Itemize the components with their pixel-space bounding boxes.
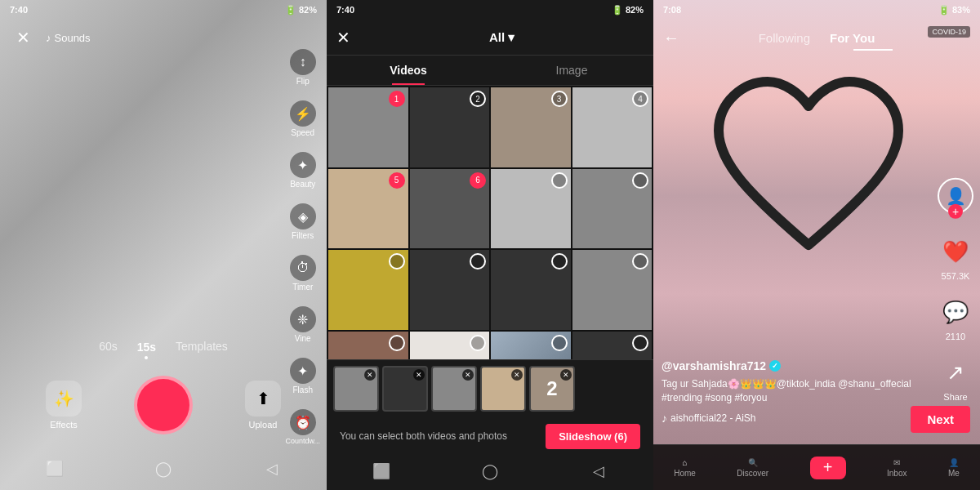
like-button[interactable]: ❤️ 557.3K	[938, 234, 973, 281]
recents-nav-icon[interactable]: ◁	[261, 457, 283, 480]
music-note-icon: ♪	[662, 412, 667, 425]
grid-cell-12[interactable]	[572, 250, 653, 330]
tiktok-bottom-nav: ⌂ Home 🔍 Discover + ✉ Inbox 👤 Me	[653, 444, 980, 490]
grid-cell-1[interactable]: 1	[328, 87, 408, 167]
grid-cell-9[interactable]	[328, 250, 408, 330]
grid-cell-8[interactable]	[572, 169, 653, 249]
selected-thumb-1[interactable]: ✕	[333, 366, 379, 412]
video-description: Tag ur Sahjada🌸👑👑👑@tiktok_india @shanu_o…	[662, 377, 931, 405]
gallery-close-button[interactable]: ✕	[336, 28, 350, 47]
follow-plus-icon[interactable]: +	[948, 204, 963, 219]
cell-num-10	[470, 253, 486, 270]
filters-tool[interactable]: ◈ Filters	[290, 203, 316, 240]
tiktok-foryou-tab[interactable]: For You	[830, 31, 875, 45]
add-button[interactable]: +	[810, 457, 846, 479]
speed-tool[interactable]: ⚡ Speed	[290, 100, 316, 137]
grid-cell-2[interactable]: 2	[410, 87, 490, 167]
speed-icon: ⚡	[290, 100, 316, 127]
username-text: @varshamishra712	[662, 359, 766, 372]
heart-drawing	[702, 65, 915, 278]
gallery-battery-icon: 🔋	[612, 5, 623, 16]
tab-videos[interactable]: Videos	[327, 56, 490, 85]
tiktok-time: 7:08	[663, 5, 681, 15]
remove-thumb-3[interactable]: ✕	[462, 369, 474, 381]
gallery-battery-pct: 82%	[626, 5, 644, 15]
remove-thumb-5[interactable]: ✕	[560, 369, 572, 381]
share-button[interactable]: ↗ Share	[938, 354, 973, 402]
selected-thumb-3[interactable]: ✕	[431, 366, 477, 412]
grid-cell-13[interactable]	[328, 332, 408, 360]
creator-username[interactable]: @varshamishra712 ✓	[662, 359, 931, 372]
grid-cell-4[interactable]: 4	[572, 87, 653, 167]
upload-button[interactable]: ⬆ Upload	[245, 381, 281, 430]
timer-tool[interactable]: ⏱ Timer	[290, 255, 316, 292]
gallery-home-icon[interactable]: ⬜	[370, 462, 393, 480]
sounds-button[interactable]: ♪ Sounds	[46, 32, 91, 44]
flip-icon: ↕	[290, 49, 316, 75]
battery-pct: 82%	[299, 5, 317, 15]
duration-60s[interactable]: 60s	[99, 340, 118, 359]
nav-home[interactable]: ⌂ Home	[674, 458, 696, 478]
selected-thumb-2[interactable]: ✕	[382, 366, 428, 412]
comment-icon: 💬	[938, 294, 973, 330]
selected-thumb-5[interactable]: ✕ 2	[529, 366, 575, 412]
gallery-back-icon[interactable]: ◯	[479, 462, 501, 480]
filters-label: Filters	[292, 231, 314, 240]
gallery-filter-label: All	[489, 30, 505, 44]
upload-icon: ⬆	[245, 381, 281, 416]
grid-cell-7[interactable]	[491, 169, 571, 249]
tiktok-top-nav: ← Following For You	[653, 20, 980, 56]
nav-me[interactable]: 👤 Me	[948, 458, 960, 478]
home-nav-icon[interactable]: ⬜	[43, 457, 66, 480]
next-button[interactable]: Next	[911, 406, 970, 433]
selected-thumb-4[interactable]: ✕	[480, 366, 526, 412]
beauty-tool[interactable]: ✦ Beauty	[290, 152, 316, 189]
camera-close-button[interactable]: ✕	[10, 24, 36, 51]
tiktok-status-bar: 7:08 🔋 83%	[653, 0, 980, 20]
nav-inbox[interactable]: ✉ Inbox	[887, 458, 906, 478]
camera-top-bar: ✕ ♪ Sounds	[0, 20, 327, 56]
slideshow-button[interactable]: Slideshow (6)	[546, 424, 640, 449]
tiktok-panel: 7:08 🔋 83% ← Following For You COVID-19 …	[653, 0, 980, 490]
gallery-recents-icon[interactable]: ◁	[587, 462, 610, 480]
flip-tool[interactable]: ↕ Flip	[290, 49, 316, 86]
grid-cell-14[interactable]	[410, 332, 490, 360]
share-label: Share	[943, 392, 967, 402]
grid-row-1: 1 2 3 4	[328, 87, 652, 167]
cell-num-8	[632, 172, 648, 189]
grid-cell-3[interactable]: 3	[491, 87, 571, 167]
remove-thumb-2[interactable]: ✕	[413, 369, 425, 381]
grid-cell-16[interactable]	[572, 332, 653, 360]
effects-button[interactable]: ✨ Effects	[46, 381, 82, 430]
duration-15s[interactable]: 15s	[137, 341, 156, 354]
grid-cell-6[interactable]: 6	[410, 169, 490, 249]
nav-discover[interactable]: 🔍 Discover	[737, 458, 768, 478]
duration-templates[interactable]: Templates	[176, 340, 228, 359]
tiktok-battery-icon: 🔋	[938, 5, 950, 16]
grid-cell-11[interactable]	[491, 250, 571, 330]
gallery-filter-dropdown[interactable]: All ▾	[489, 30, 514, 45]
add-button-wrap[interactable]: +	[810, 457, 846, 479]
grid-cell-10[interactable]	[410, 250, 490, 330]
tiktok-back-button[interactable]: ←	[663, 29, 679, 47]
gallery-top-bar: ✕ All ▾	[327, 20, 653, 56]
record-button[interactable]	[134, 376, 193, 434]
creator-avatar[interactable]: 👤 +	[938, 178, 973, 214]
grid-cell-5[interactable]: 5	[328, 169, 408, 249]
remove-thumb-1[interactable]: ✕	[364, 369, 376, 381]
music-info[interactable]: ♪ aishofficial22 - AiSh	[662, 412, 931, 425]
remove-thumb-4[interactable]: ✕	[511, 369, 523, 381]
tiktok-following-tab[interactable]: Following	[759, 31, 810, 45]
covid-badge[interactable]: COVID-19	[928, 26, 970, 38]
gallery-selected-row: ✕ ✕ ✕ ✕ ✕ 2	[327, 359, 653, 416]
me-icon: 👤	[949, 458, 959, 467]
gallery-bottom-bar: You can select both videos and photos Sl…	[327, 416, 653, 456]
tab-image[interactable]: Image	[490, 56, 653, 85]
camera-controls: ✨ Effects ⬆ Upload	[0, 366, 327, 451]
comment-count: 2110	[946, 332, 965, 341]
back-nav-icon[interactable]: ◯	[152, 457, 175, 480]
grid-cell-15[interactable]	[491, 332, 571, 360]
comment-button[interactable]: 💬 2110	[938, 294, 973, 341]
cell-num-15	[551, 335, 568, 351]
camera-status-bar: 7:40 🔋 82%	[0, 0, 327, 20]
